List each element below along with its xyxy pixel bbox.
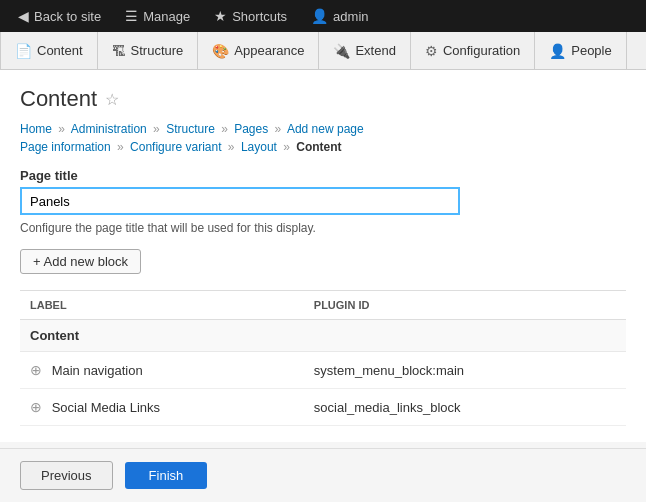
sub-breadcrumb-configure[interactable]: Configure variant: [130, 140, 221, 154]
configuration-icon: ⚙: [425, 43, 438, 59]
page-content: Content ☆ Home » Administration » Struct…: [0, 70, 646, 442]
sub-breadcrumb-current: Content: [296, 140, 341, 154]
breadcrumb-administration[interactable]: Administration: [71, 122, 147, 136]
tab-content[interactable]: 📄 Content: [0, 32, 98, 69]
arrow-left-icon: ◀: [18, 8, 29, 24]
people-icon: 👤: [549, 43, 566, 59]
drag-handle-icon[interactable]: ⊕: [30, 362, 42, 378]
shortcuts-menu[interactable]: ★ Shortcuts: [204, 4, 297, 28]
menu-icon: ☰: [125, 8, 138, 24]
breadcrumb-add-new-page[interactable]: Add new page: [287, 122, 364, 136]
social-media-links-label: ⊕ Social Media Links: [20, 389, 304, 426]
page-title-label: Page title: [20, 168, 626, 183]
content-icon: 📄: [15, 43, 32, 59]
footer-actions: Previous Finish: [0, 448, 646, 502]
breadcrumb-home[interactable]: Home: [20, 122, 52, 136]
section-content-row: Content: [20, 320, 626, 352]
social-media-links-plugin-id: social_media_links_block: [304, 389, 626, 426]
main-navigation-plugin-id: system_menu_block:main: [304, 352, 626, 389]
structure-icon: 🏗: [112, 43, 126, 59]
admin-user[interactable]: 👤 admin: [301, 4, 378, 28]
back-to-site[interactable]: ◀ Back to site: [8, 4, 111, 28]
add-new-block-button[interactable]: + Add new block: [20, 249, 141, 274]
table-row: ⊕ Social Media Links social_media_links_…: [20, 389, 626, 426]
page-title-hint: Configure the page title that will be us…: [20, 221, 626, 235]
blocks-table: LABEL PLUGIN ID Content ⊕ Main navigatio…: [20, 290, 626, 426]
finish-button[interactable]: Finish: [125, 462, 208, 489]
extend-icon: 🔌: [333, 43, 350, 59]
main-nav: 📄 Content 🏗 Structure 🎨 Appearance 🔌 Ext…: [0, 32, 646, 70]
tab-structure[interactable]: 🏗 Structure: [98, 32, 199, 69]
page-title-row: Content ☆: [20, 86, 626, 112]
breadcrumb: Home » Administration » Structure » Page…: [20, 122, 626, 136]
breadcrumb-pages[interactable]: Pages: [234, 122, 268, 136]
bookmark-icon[interactable]: ☆: [105, 90, 119, 109]
user-icon: 👤: [311, 8, 328, 24]
tab-configuration[interactable]: ⚙ Configuration: [411, 32, 535, 69]
drag-handle-icon[interactable]: ⊕: [30, 399, 42, 415]
tab-appearance[interactable]: 🎨 Appearance: [198, 32, 319, 69]
sub-breadcrumb-page-info[interactable]: Page information: [20, 140, 111, 154]
tab-extend[interactable]: 🔌 Extend: [319, 32, 410, 69]
appearance-icon: 🎨: [212, 43, 229, 59]
column-label-header: LABEL: [20, 291, 304, 320]
tab-people[interactable]: 👤 People: [535, 32, 626, 69]
breadcrumb-structure[interactable]: Structure: [166, 122, 215, 136]
star-nav-icon: ★: [214, 8, 227, 24]
sub-breadcrumb: Page information » Configure variant » L…: [20, 140, 626, 154]
manage-menu[interactable]: ☰ Manage: [115, 4, 200, 28]
page-title: Content: [20, 86, 97, 112]
main-navigation-label: ⊕ Main navigation: [20, 352, 304, 389]
sub-breadcrumb-layout[interactable]: Layout: [241, 140, 277, 154]
column-pluginid-header: PLUGIN ID: [304, 291, 626, 320]
previous-button[interactable]: Previous: [20, 461, 113, 490]
table-row: ⊕ Main navigation system_menu_block:main: [20, 352, 626, 389]
page-title-input[interactable]: [20, 187, 460, 215]
admin-bar: ◀ Back to site ☰ Manage ★ Shortcuts 👤 ad…: [0, 0, 646, 32]
